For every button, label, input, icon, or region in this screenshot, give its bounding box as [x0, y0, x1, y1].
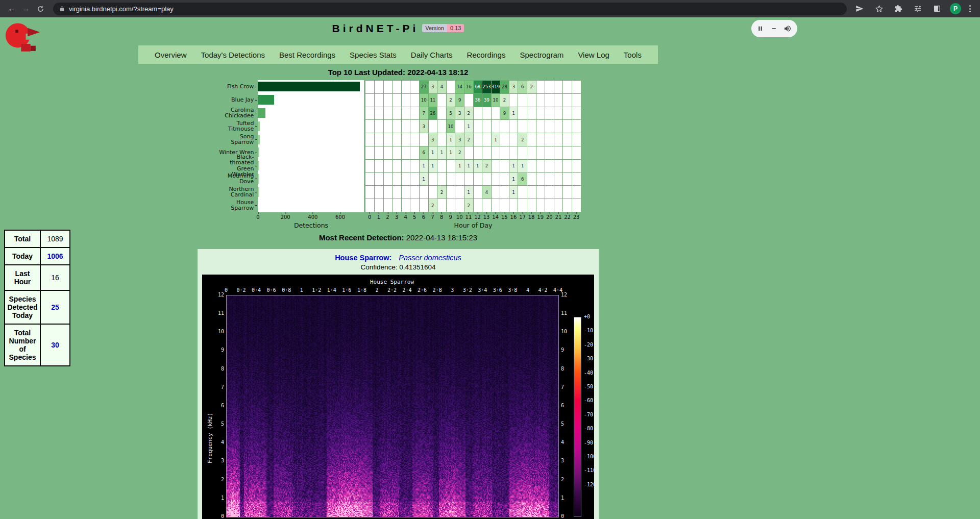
- bar-row: [258, 133, 364, 146]
- send-icon[interactable]: [853, 2, 866, 15]
- heatmap-cell: [402, 199, 411, 212]
- spec-time-tick: 2·8: [433, 287, 442, 293]
- spec-freq-tick: 2: [561, 477, 564, 482]
- heatmap-cell: [375, 81, 384, 94]
- detections-bar: [258, 187, 259, 197]
- heatmap-cell: [554, 186, 564, 199]
- heatmap-cell: [464, 94, 474, 107]
- heatmap-cell: [527, 133, 536, 146]
- heatmap-cell: [437, 94, 447, 107]
- detection-common-name-link[interactable]: House Sparrow:: [335, 254, 391, 262]
- stats-label: Today: [5, 248, 40, 265]
- heatmap-cell: [402, 186, 411, 199]
- forward-button[interactable]: →: [19, 2, 33, 15]
- chart-species-axis: Fish CrowBlue JayCarolina ChickadeeTufte…: [215, 80, 258, 212]
- heatmap-cell: 4: [437, 81, 447, 94]
- heatmap-axis-tick: 21: [555, 214, 562, 220]
- heatmap-cell: 2: [464, 107, 474, 120]
- spec-freq-tick: 4: [561, 439, 564, 445]
- heatmap-cell: [474, 199, 483, 212]
- spec-freq-tick: 1: [561, 495, 564, 501]
- heatmap-axis-tick: 18: [528, 214, 535, 220]
- heatmap-cell: 1: [492, 133, 501, 146]
- url-bar[interactable]: virginia.birdnetpi.com/?stream=play: [53, 3, 847, 15]
- detections-bar: [258, 82, 359, 91]
- browser-menu-icon[interactable]: [967, 3, 973, 14]
- bookmark-star-icon[interactable]: [872, 2, 886, 15]
- heatmap-cell: [492, 146, 501, 160]
- bar-row: [258, 199, 364, 212]
- reload-button[interactable]: [34, 2, 47, 15]
- bar-axis-tick: 0: [256, 214, 259, 220]
- stats-label: Total Number of Species: [5, 324, 40, 366]
- species-label: Carolina Chickadee: [215, 107, 258, 120]
- nav-item-recordings[interactable]: Recordings: [467, 51, 506, 59]
- spec-time-tick: 3·2: [463, 287, 472, 293]
- heatmap-cell: [393, 160, 402, 173]
- species-label: Mourning Dove: [215, 172, 258, 186]
- heatmap-cell: 1: [509, 160, 519, 173]
- heatmap-cell: [509, 120, 519, 133]
- top10-chart: Fish CrowBlue JayCarolina ChickadeeTufte…: [0, 80, 796, 229]
- heatmap-cell: [509, 94, 519, 107]
- heatmap-cell: [563, 173, 572, 186]
- colorbar-tick: -20: [584, 342, 593, 348]
- stats-row: Total Number of Species30: [5, 324, 70, 366]
- heatmap-cell: [545, 160, 554, 173]
- heatmap-cell: [384, 186, 393, 199]
- heatmap-cell: [384, 146, 393, 160]
- nav-item-tools[interactable]: Tools: [624, 51, 642, 59]
- stats-value[interactable]: 25: [40, 290, 70, 324]
- heatmap-axis-tick: 15: [501, 214, 508, 220]
- heatmap-cell: [474, 107, 483, 120]
- heatmap-cell: 36: [474, 94, 483, 107]
- side-panel-icon[interactable]: [930, 2, 944, 15]
- back-button[interactable]: ←: [5, 2, 18, 15]
- nav-item-today-s-detections[interactable]: Today's Detections: [201, 51, 265, 59]
- species-label: Fish Crow: [215, 80, 258, 93]
- spec-freq-tick: 3: [561, 458, 564, 463]
- stats-table: Total1089Today1006Last Hour16Species Det…: [4, 230, 70, 366]
- heatmap-cell: [410, 107, 420, 120]
- heatmap-cell: [384, 120, 393, 133]
- spec-time-tick: 1·2: [312, 287, 321, 293]
- heatmap-axis-tick: 1: [377, 214, 380, 220]
- heatmap-cell: [375, 199, 384, 212]
- heatmap-axis-tick: 6: [422, 214, 425, 220]
- colorbar-tick: -50: [584, 384, 593, 389]
- detection-scientific-name-link[interactable]: Passer domesticus: [399, 254, 461, 262]
- heatmap-cell: [536, 173, 546, 186]
- heatmap-axis-tick: 2: [386, 214, 389, 220]
- nav-item-view-log[interactable]: View Log: [578, 51, 609, 59]
- tune-icon[interactable]: [911, 2, 924, 15]
- heatmap-cell: 1: [447, 133, 456, 146]
- spec-freq-tick: 11: [561, 310, 567, 316]
- profile-avatar[interactable]: P: [950, 3, 961, 14]
- stats-value[interactable]: 1006: [40, 248, 70, 265]
- heatmap-cell: [410, 81, 420, 94]
- spec-time-tick: 1·6: [342, 287, 351, 293]
- nav-item-spectrogram[interactable]: Spectrogram: [520, 51, 564, 59]
- stats-value[interactable]: 30: [40, 324, 70, 366]
- heatmap-cell: [393, 199, 402, 212]
- heatmap-cell: [554, 120, 564, 133]
- heatmap-axis-tick: 12: [474, 214, 481, 220]
- heatmap-cell: [384, 160, 393, 173]
- heatmap-cell: [527, 199, 536, 212]
- nav-item-species-stats[interactable]: Species Stats: [350, 51, 397, 59]
- heatmap-cell: [545, 94, 554, 107]
- heatmap-cell: [365, 81, 375, 94]
- heatmap-cell: [527, 146, 536, 160]
- nav-item-best-recordings[interactable]: Best Recordings: [279, 51, 335, 59]
- heatmap-cell: [455, 173, 464, 186]
- nav-item-overview[interactable]: Overview: [155, 51, 187, 59]
- extensions-puzzle-icon[interactable]: [892, 2, 905, 15]
- spec-freq-tick: 10: [218, 329, 224, 334]
- heatmap-axis-tick: 4: [404, 214, 407, 220]
- heatmap-cell: [536, 160, 546, 173]
- heatmap-cell: [536, 81, 546, 94]
- browser-actions: P: [853, 2, 975, 15]
- heatmap-cell: [402, 94, 411, 107]
- bar-xlabel: Detections: [258, 220, 364, 229]
- nav-item-daily-charts[interactable]: Daily Charts: [411, 51, 453, 59]
